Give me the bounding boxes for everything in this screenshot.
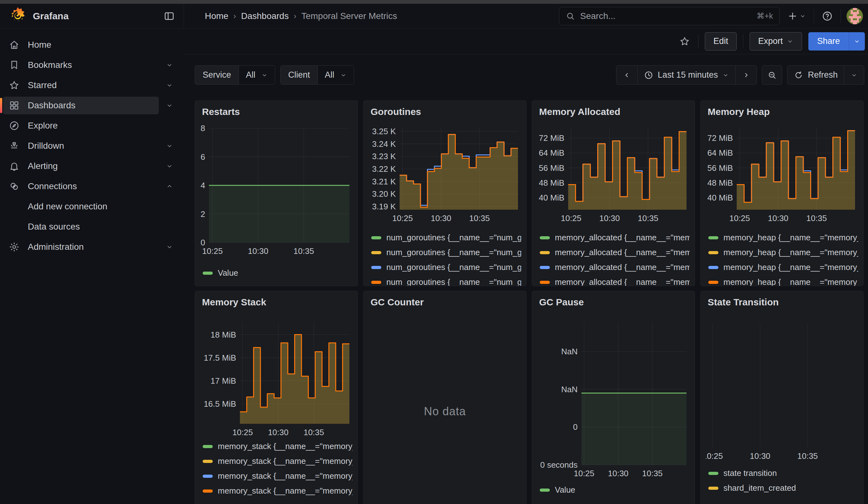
user-avatar[interactable]	[847, 8, 863, 24]
legend-swatch	[540, 251, 550, 254]
time-range-picker[interactable]: Last 15 minutes	[637, 66, 736, 84]
state-transition-chart[interactable]: 10:2510:3010:35	[706, 320, 858, 463]
sidebar-item-starred[interactable]: Starred	[0, 75, 184, 95]
panel-title[interactable]: Memory Stack	[200, 297, 353, 308]
chevron-down-icon[interactable]	[166, 102, 173, 109]
filter-service: ServiceAll	[195, 65, 275, 85]
chevron-down-icon[interactable]	[166, 61, 173, 69]
refresh-button[interactable]: Refresh	[787, 66, 844, 84]
legend-item[interactable]: Value	[537, 483, 690, 497]
panel-title[interactable]: State Transition	[706, 297, 858, 308]
legend-item[interactable]: memory_stack {__name__="memory_s	[200, 439, 353, 454]
chevron-down-icon[interactable]	[166, 162, 173, 170]
svg-text:10:25: 10:25	[202, 246, 223, 256]
memory-stack-chart[interactable]: 16.5 MiB17 MiB17.5 MiB18 MiB10:2510:3010…	[200, 319, 353, 439]
chevron-down-icon[interactable]	[166, 81, 173, 89]
legend-item[interactable]: num_goroutines {__name__="num_go	[369, 260, 521, 275]
sidebar-item-add-new-connection[interactable]: Add new connection	[0, 196, 184, 217]
panel-memory-heap: Memory Heap40 MiB48 MiB56 MiB64 MiB72 Mi…	[700, 101, 864, 286]
legend-item[interactable]: memory_heap {__name__="memory_h	[706, 275, 858, 286]
sidebar-item-data-sources[interactable]: Data sources	[0, 217, 184, 237]
grafana-app: Grafana Home › Dashboards › Temporal Ser…	[0, 0, 868, 504]
search-input[interactable]: Search... ⌘+k	[559, 7, 779, 25]
share-button[interactable]: Share	[808, 32, 849, 51]
legend-item[interactable]: Value	[200, 266, 353, 280]
favorite-star-icon[interactable]	[678, 36, 692, 47]
sidebar-item-home[interactable]: Home	[0, 35, 184, 55]
svg-text:3.19 K: 3.19 K	[372, 202, 396, 211]
sidebar-item-bookmarks[interactable]: Bookmarks	[0, 55, 184, 75]
time-zoom-out-button[interactable]	[762, 65, 782, 85]
sidebar-item-dashboards[interactable]: Dashboards	[0, 95, 184, 116]
legend-item[interactable]: memory_allocated {__name__="memo	[537, 260, 690, 275]
new-button[interactable]	[785, 10, 808, 22]
legend-item[interactable]: state transition	[706, 466, 858, 481]
svg-text:10:25: 10:25	[574, 469, 595, 478]
svg-text:3.23 K: 3.23 K	[372, 152, 396, 161]
memory-allocated-chart[interactable]: 40 MiB48 MiB56 MiB64 MiB72 MiB10:2510:30…	[537, 124, 690, 225]
restarts-chart[interactable]: 0246810:2510:3010:35	[200, 125, 353, 258]
refresh-interval-dropdown[interactable]	[844, 66, 864, 84]
legend-item[interactable]: shard_item_created	[706, 481, 858, 495]
legend-swatch	[371, 281, 381, 284]
nav-divider	[814, 9, 814, 23]
window-top-strip	[0, 0, 868, 4]
chevron-down-icon[interactable]	[166, 142, 173, 150]
goroutines-chart[interactable]: 3.19 K3.20 K3.21 K3.22 K3.23 K3.24 K3.25…	[369, 124, 521, 225]
time-forward-button[interactable]	[735, 66, 757, 84]
legend-item[interactable]: num_goroutines {__name__="num_go	[369, 245, 521, 260]
edit-button[interactable]: Edit	[705, 32, 737, 51]
svg-text:18 MiB: 18 MiB	[210, 330, 236, 339]
sidebar-item-alerting[interactable]: Alerting	[0, 156, 184, 176]
legend-label: state transition	[723, 468, 777, 478]
dock-sidebar-icon[interactable]	[162, 10, 177, 22]
legend-item[interactable]: num_goroutines {__name__="num_go	[369, 230, 521, 245]
breadcrumb-current: Temporal Server Metrics	[301, 11, 397, 21]
sidebar-item-explore[interactable]: Explore	[0, 116, 184, 136]
legend-swatch	[708, 487, 719, 490]
sidebar-item-label: Home	[28, 40, 51, 50]
sidebar-item-drilldown[interactable]: Drilldown	[0, 136, 184, 156]
breadcrumb-dashboards[interactable]: Dashboards	[241, 11, 289, 21]
export-button[interactable]: Export	[750, 32, 802, 51]
no-data-message: No data	[364, 291, 526, 504]
sidebar-item-connections[interactable]: Connections	[0, 176, 184, 196]
memory-heap-chart[interactable]: 40 MiB48 MiB56 MiB64 MiB72 MiB10:2510:30…	[706, 124, 858, 225]
svg-text:10:30: 10:30	[750, 451, 771, 461]
grafana-logo-icon[interactable]	[8, 6, 28, 26]
panel-title[interactable]: Memory Allocated	[537, 106, 690, 117]
time-back-button[interactable]	[617, 66, 637, 84]
chevron-up-icon[interactable]	[166, 183, 173, 190]
legend-item[interactable]: memory_stack {__name__="memory_s	[200, 483, 353, 498]
panel-title[interactable]: Memory Heap	[706, 106, 858, 117]
sidebar-item-label: Connections	[28, 181, 77, 192]
legend-item[interactable]: memory_stack {__name__="memory_s	[200, 469, 353, 483]
refresh-group: Refresh	[787, 65, 864, 85]
share-dropdown-button[interactable]	[849, 32, 865, 51]
svg-text:10:25: 10:25	[232, 428, 253, 437]
legend-item[interactable]: num_goroutines {__name__="num_go	[369, 275, 521, 286]
gc-pause-chart[interactable]: 0 seconds0NaNNaN10:2510:3010:35	[537, 319, 690, 480]
legend-item[interactable]: memory_allocated {__name__="memo	[537, 275, 690, 286]
legend-item[interactable]: memory_allocated {__name__="memo	[537, 245, 690, 260]
svg-text:10:30: 10:30	[599, 214, 620, 223]
svg-text:3.21 K: 3.21 K	[372, 177, 396, 186]
filter-value-dropdown[interactable]: All	[318, 66, 354, 84]
help-icon[interactable]	[820, 10, 835, 22]
filter-value-dropdown[interactable]: All	[239, 66, 275, 84]
panel-title[interactable]: Restarts	[200, 106, 353, 117]
legend-item[interactable]: memory_stack {__name__="memory_s	[200, 454, 353, 469]
sidebar-item-administration[interactable]: Administration	[0, 237, 184, 257]
legend-item[interactable]: memory_heap {__name__="memory_h	[706, 245, 858, 260]
chevron-down-icon[interactable]	[166, 243, 173, 251]
panel-gc-counter: GC CounterNo data	[363, 291, 526, 504]
panel-gc-pause: GC Pause0 seconds0NaNNaN10:2510:3010:35V…	[532, 291, 695, 504]
legend-item[interactable]: memory_heap {__name__="memory_h	[706, 260, 858, 275]
panel-title[interactable]: GC Pause	[537, 297, 690, 308]
breadcrumb-home[interactable]: Home	[205, 11, 228, 21]
legend-item[interactable]: memory_heap {__name__="memory_h	[706, 230, 858, 245]
legend-swatch	[371, 251, 381, 254]
panel-title[interactable]: Goroutines	[369, 106, 521, 117]
legend-item[interactable]: memory_allocated {__name__="memo	[537, 230, 690, 245]
panel-memory-stack: Memory Stack16.5 MiB17 MiB17.5 MiB18 MiB…	[195, 291, 358, 504]
